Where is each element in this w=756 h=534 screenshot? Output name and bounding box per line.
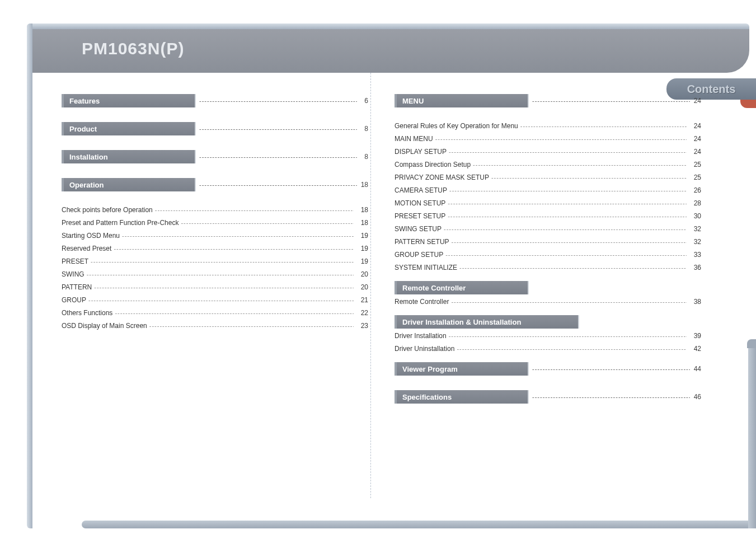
toc-label: PATTERN SETUP [395,238,452,246]
section-title: Features [62,94,196,107]
toc-leader: ----------------------------------------… [459,264,687,271]
toc-entry: OSD Display of Main Screen--------------… [62,322,368,330]
toc-label: Starting OSD Menu [62,232,122,240]
toc-leader: ----------------------------------------… [452,238,687,245]
toc-leader: ----------------------------------------… [448,213,687,219]
toc-page: 22 [354,309,368,317]
toc-entry: Check points before Operation-----------… [62,206,368,214]
toc-label: PRIVACY ZONE MASK SETUP [395,174,491,181]
toc-label: SYSTEM INITIALIZE [395,264,459,271]
toc-entry: SYSTEM INITIALIZE-----------------------… [395,264,701,271]
toc-page: 18 [354,206,368,214]
toc-label: Others Functions [62,309,115,317]
section-page: 46 [690,393,701,401]
left-column: Features--------------------------------… [62,94,368,339]
toc-entry: Others Functions------------------------… [62,309,368,317]
toc-page: 21 [354,296,368,304]
toc-leader: ----------------------------------------… [520,123,687,129]
toc-entry: PRESET----------------------------------… [62,257,368,265]
toc-leader: ----------------------------------------… [457,345,687,352]
toc-page: 19 [354,257,368,265]
toc-entry: Preset and Pattern Function Pre-Check---… [62,219,368,227]
section-leader: ----------------------------------------… [529,366,690,372]
toc-label: PRESET SETUP [395,212,448,220]
toc-label: GROUP SETUP [395,251,445,259]
toc-entry: SWING-----------------------------------… [62,270,368,278]
section-heading: MENU------------------------------------… [395,94,701,107]
toc-page: 32 [687,238,701,246]
section-heading: Specifications--------------------------… [395,390,701,404]
section-page: 24 [690,97,701,105]
frame-right [748,341,756,528]
section-title: Specifications [395,390,529,404]
toc-label: GROUP [62,296,88,304]
section-leader: ----------------------------------------… [196,97,357,104]
frame-left [27,24,32,528]
section-leader: ----------------------------------------… [529,394,690,400]
toc-label: Driver Uninstallation [395,345,457,353]
toc-leader: ----------------------------------------… [87,271,354,278]
toc-leader: ----------------------------------------… [448,200,687,207]
toc-label: Driver Installation [395,332,449,340]
toc-leader: ----------------------------------------… [155,207,354,213]
frame-top [27,24,749,29]
toc-entry: CAMERA SETUP----------------------------… [395,186,701,194]
toc-label: OSD Display of Main Screen [62,322,149,330]
toc-page: 20 [354,283,368,291]
toc-entry: DISPLAY SETUP---------------------------… [395,148,701,156]
section-heading: Viewer Program--------------------------… [395,362,701,376]
section-leader: ----------------------------------------… [196,153,357,160]
toc-label: Preset and Pattern Function Pre-Check [62,219,181,227]
toc-leader: ----------------------------------------… [449,332,687,339]
section-page: 8 [357,153,368,161]
section-leader: ----------------------------------------… [196,181,357,188]
header-title: PM1063N(P) [82,39,184,58]
section-heading: Remote Controller [395,281,701,294]
toc-page: 25 [687,161,701,168]
toc-page: 23 [354,322,368,330]
toc-entry: SWING SETUP-----------------------------… [395,225,701,233]
toc-label: SWING SETUP [395,225,444,233]
section-leader: ----------------------------------------… [529,97,690,104]
toc-label: CAMERA SETUP [395,186,449,194]
toc-page: 24 [687,122,701,130]
toc-page: 26 [687,186,701,194]
toc-page: 33 [687,251,701,259]
toc-entry: MAIN MENU-------------------------------… [395,135,701,143]
toc-label: Compass Direction Setup [395,161,473,168]
section-page: 44 [690,365,701,373]
section-title: MENU [395,94,529,107]
toc-entry: PRIVACY ZONE MASK SETUP-----------------… [395,174,701,181]
toc-page: 19 [354,245,368,252]
toc-entry: Reserved Preset-------------------------… [62,245,368,252]
toc-leader: ----------------------------------------… [435,135,687,142]
toc-leader: ----------------------------------------… [122,232,354,239]
toc-page: 42 [687,345,701,353]
toc-page: 24 [687,135,701,143]
toc-leader: ----------------------------------------… [451,298,687,305]
section-page: 18 [357,181,368,189]
toc-label: MAIN MENU [395,135,435,143]
toc-entry: MOTION SETUP----------------------------… [395,199,701,207]
toc-label: SWING [62,270,87,278]
toc-leader: ----------------------------------------… [491,174,687,181]
toc-entry: General Rules of Key Operation for Menu-… [395,122,701,130]
toc-entry: GROUP SETUP-----------------------------… [395,251,701,259]
toc-label: Reserved Preset [62,245,114,252]
section-heading: Installation----------------------------… [62,150,368,163]
toc-page: 28 [687,199,701,207]
toc-page: 18 [354,219,368,227]
toc-leader: ----------------------------------------… [88,297,354,303]
toc-entry: PATTERN---------------------------------… [62,283,368,291]
toc-entry: Compass Direction Setup-----------------… [395,161,701,168]
toc-leader: ----------------------------------------… [444,226,687,232]
frame-bottom [82,521,756,528]
toc-leader: ----------------------------------------… [445,251,687,258]
toc-entry: PATTERN SETUP---------------------------… [395,238,701,246]
section-title: Viewer Program [395,362,529,376]
toc-label: MOTION SETUP [395,199,448,207]
section-title: Remote Controller [395,281,529,294]
toc-entry: Starting OSD Menu-----------------------… [62,232,368,240]
page-divider [370,73,371,498]
toc-page: 19 [354,232,368,240]
